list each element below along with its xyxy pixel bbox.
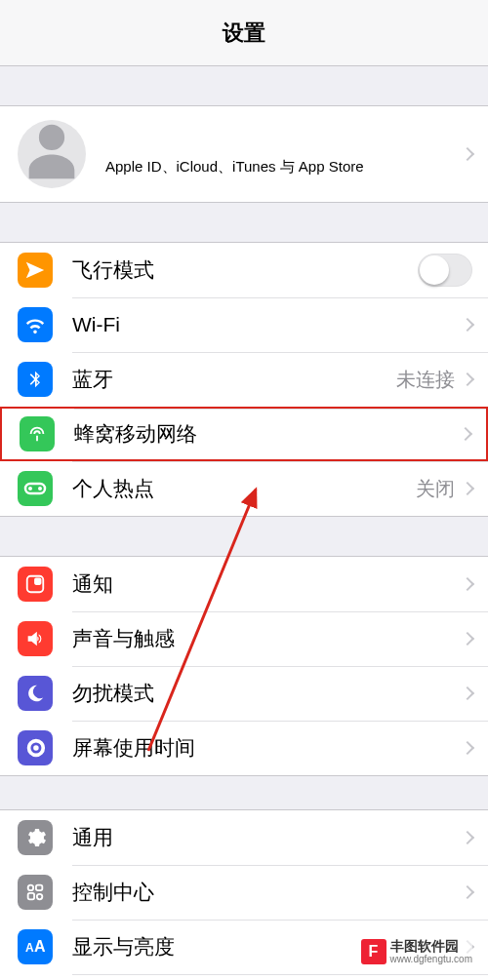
sounds-icon (18, 621, 53, 656)
airplane-mode-label: 飞行模式 (72, 256, 418, 284)
cellular-label: 蜂窝移动网络 (74, 420, 461, 448)
general-row[interactable]: 通用 (0, 810, 488, 865)
svg-text:A: A (25, 941, 34, 955)
wifi-label: Wi-Fi (72, 313, 455, 336)
svg-point-4 (33, 745, 39, 751)
notifications-label: 通知 (72, 570, 463, 598)
svg-point-8 (37, 894, 43, 900)
notifications-row[interactable]: 通知 (0, 557, 488, 611)
chevron-right-icon (461, 686, 474, 700)
hotspot-icon (18, 471, 53, 506)
bluetooth-row[interactable]: 蓝牙 未连接 (0, 352, 488, 407)
connectivity-group: 飞行模式 Wi-Fi 蓝牙 未连接 蜂窝移动网络 个人热点 关闭 (0, 242, 488, 517)
cellular-row[interactable]: 蜂窝移动网络 (0, 407, 488, 461)
control-center-label: 控制中心 (72, 879, 463, 906)
chevron-right-icon (459, 427, 472, 441)
chevron-right-icon (461, 632, 474, 646)
control-center-icon (18, 875, 53, 910)
watermark-logo: F (361, 939, 386, 964)
watermark-brand: 丰图软件园 (390, 939, 473, 954)
svg-rect-6 (36, 885, 42, 891)
dnd-label: 勿扰模式 (72, 680, 463, 707)
svg-rect-3 (34, 578, 41, 585)
screentime-row[interactable]: 屏幕使用时间 (0, 721, 488, 775)
control-center-row[interactable]: 控制中心 (0, 865, 488, 920)
apple-id-row[interactable]: Apple ID、iCloud、iTunes 与 App Store (0, 106, 488, 202)
screentime-icon (18, 730, 53, 765)
dnd-row[interactable]: 勿扰模式 (0, 666, 488, 721)
header: 设置 (0, 0, 488, 66)
chevron-right-icon (461, 577, 474, 591)
display-icon: AA (18, 929, 53, 964)
hotspot-row[interactable]: 个人热点 关闭 (0, 461, 488, 516)
svg-point-5 (28, 885, 34, 891)
profile-name (105, 133, 174, 152)
watermark: F 丰图软件园 www.dgfengtu.com (361, 939, 473, 964)
profile-subtitle: Apple ID、iCloud、iTunes 与 App Store (105, 158, 463, 176)
chevron-right-icon (461, 318, 474, 332)
general-icon (18, 820, 53, 855)
page-title: 设置 (223, 19, 265, 48)
wifi-row[interactable]: Wi-Fi (0, 297, 488, 352)
screentime-label: 屏幕使用时间 (72, 734, 463, 762)
chevron-right-icon (461, 372, 474, 386)
chevron-right-icon (461, 885, 474, 899)
alerts-group: 通知 声音与触感 勿扰模式 屏幕使用时间 (0, 556, 488, 776)
chevron-right-icon (461, 741, 474, 755)
chevron-right-icon (461, 147, 474, 161)
chevron-right-icon (461, 831, 474, 844)
svg-point-1 (38, 487, 42, 490)
svg-point-0 (28, 487, 32, 490)
watermark-url: www.dgfengtu.com (390, 954, 473, 964)
profile-group: Apple ID、iCloud、iTunes 与 App Store (0, 105, 488, 203)
cellular-icon (20, 416, 55, 451)
hotspot-value: 关闭 (416, 476, 455, 502)
dnd-icon (18, 676, 53, 711)
airplane-mode-row[interactable]: 飞行模式 (0, 243, 488, 297)
sounds-label: 声音与触感 (72, 625, 463, 652)
sounds-row[interactable]: 声音与触感 (0, 611, 488, 666)
airplane-mode-switch[interactable] (418, 254, 472, 287)
airplane-icon (18, 253, 53, 288)
hotspot-label: 个人热点 (72, 475, 416, 502)
bluetooth-label: 蓝牙 (72, 366, 396, 393)
svg-text:A: A (34, 939, 46, 955)
avatar (18, 120, 86, 188)
notifications-icon (18, 567, 53, 602)
chevron-right-icon (461, 482, 474, 495)
wifi-icon (18, 307, 53, 342)
bluetooth-value: 未连接 (396, 367, 455, 393)
bluetooth-icon (18, 362, 53, 397)
svg-rect-7 (28, 893, 34, 899)
wallpaper-row[interactable]: 墙纸 (0, 974, 488, 980)
general-label: 通用 (72, 824, 463, 851)
